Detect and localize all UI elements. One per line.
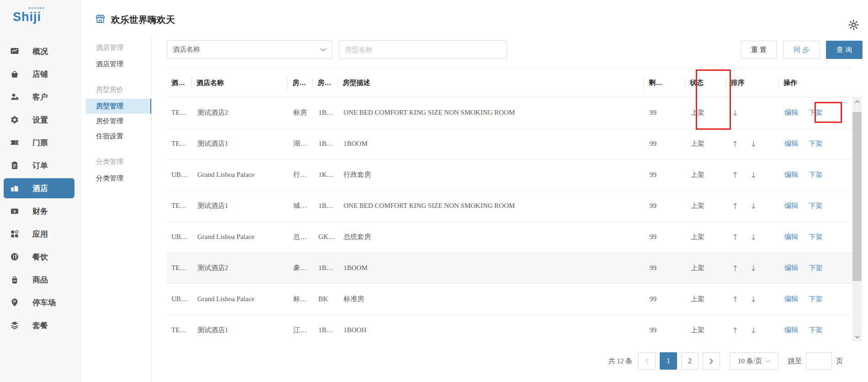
next-page-button[interactable] bbox=[703, 352, 720, 370]
page-button-2[interactable]: 2 bbox=[681, 352, 699, 370]
page-size-value: 10 条/页 bbox=[738, 357, 762, 366]
edit-link[interactable]: 编辑 bbox=[784, 295, 798, 302]
offshelf-link[interactable]: 下架 bbox=[809, 140, 823, 147]
sidebar-item-overview[interactable]: 概况 bbox=[4, 41, 74, 61]
sort-up-icon[interactable]: ↑ bbox=[732, 295, 738, 304]
column-header: 房型描述 bbox=[338, 69, 644, 97]
sidebar-item-label: 客户 bbox=[32, 92, 48, 102]
sort-up-icon[interactable]: ↑ bbox=[732, 264, 738, 273]
settings-icon bbox=[10, 115, 19, 124]
sidebar-item-dining[interactable]: 餐饮 bbox=[4, 247, 74, 267]
sort-down-icon[interactable]: ↓ bbox=[750, 233, 757, 242]
sidebar-item-customer[interactable]: 客户 bbox=[4, 87, 74, 107]
sidebar-item-order[interactable]: 订单 bbox=[4, 155, 74, 175]
sort-up-icon[interactable]: ↑ bbox=[732, 170, 738, 180]
sidebar-item-shop[interactable]: 店铺 bbox=[4, 64, 74, 84]
cell-actions: 编辑 下架 bbox=[779, 253, 852, 284]
subnav-item-lodging-settings[interactable]: 住宿设置 bbox=[86, 129, 152, 144]
search-button[interactable]: 查询 bbox=[826, 41, 863, 59]
cell-room-desc: 1BOOH bbox=[338, 315, 644, 342]
goods-icon bbox=[10, 275, 19, 284]
cell-remaining: 99 bbox=[644, 315, 685, 342]
sync-button[interactable]: 同步 bbox=[783, 41, 820, 59]
scrollbar-thumb[interactable] bbox=[852, 112, 862, 281]
sidebar-item-apps[interactable]: 应用 bbox=[4, 224, 74, 244]
offshelf-link[interactable]: 下架 bbox=[809, 264, 823, 271]
edit-link[interactable]: 编辑 bbox=[784, 202, 798, 209]
sort-down-icon[interactable]: ↓ bbox=[750, 326, 757, 335]
cell-actions: 编辑 下架 bbox=[779, 284, 852, 315]
offshelf-link[interactable]: 下架 bbox=[809, 295, 823, 302]
offshelf-link[interactable]: 下架 bbox=[809, 326, 823, 334]
edit-link[interactable]: 编辑 bbox=[784, 326, 798, 334]
ticket-icon bbox=[10, 138, 19, 147]
sidebar-item-ticket[interactable]: 门票 bbox=[4, 133, 74, 153]
column-header: 酒… bbox=[167, 69, 192, 97]
sidebar-item-package[interactable]: 套餐 bbox=[4, 315, 74, 335]
cell-status: 上架 bbox=[685, 222, 726, 253]
sidebar-item-label: 酒店 bbox=[32, 183, 48, 194]
edit-link[interactable]: 编辑 bbox=[784, 171, 798, 178]
prev-page-button[interactable] bbox=[638, 352, 656, 370]
sidebar-nav: 概况 店铺 客户 设置 门票 订单 bbox=[0, 41, 81, 338]
sidebar-item-parking[interactable]: P 停车场 bbox=[4, 292, 74, 313]
scroll-up-icon[interactable] bbox=[852, 97, 862, 106]
hotel-name-select[interactable]: 酒店名称 bbox=[167, 40, 332, 59]
cell-actions: 编辑 下架 bbox=[779, 159, 852, 191]
cell-room-code: 1K… bbox=[313, 159, 338, 191]
edit-link[interactable]: 编辑 bbox=[784, 233, 798, 240]
subnav-item-rate-management[interactable]: 房价管理 bbox=[86, 114, 152, 129]
sort-up-icon[interactable]: ↑ bbox=[732, 326, 738, 335]
subnav-item-hotel-management[interactable]: 酒店管理 bbox=[86, 57, 152, 72]
sort-down-icon[interactable]: ↓ bbox=[750, 295, 757, 304]
page-button-1[interactable]: 1 bbox=[660, 352, 677, 370]
cell-room-name: 标房 bbox=[288, 97, 313, 128]
cell-hotel-code: TE… bbox=[167, 128, 192, 159]
cell-room-name: 豪… bbox=[288, 253, 313, 284]
offshelf-link[interactable]: 下架 bbox=[809, 202, 823, 209]
subnav-item-category-management[interactable]: 分类管理 bbox=[86, 171, 152, 186]
sort-down-icon[interactable]: ↓ bbox=[750, 139, 757, 149]
cell-room-code: 1B… bbox=[313, 253, 338, 284]
subnav-item-roomtype-management[interactable]: 房型管理 bbox=[86, 99, 152, 114]
sidebar-item-finance[interactable]: ¥ 财务 bbox=[4, 201, 74, 221]
sort-down-icon[interactable]: ↓ bbox=[750, 170, 757, 180]
cell-actions: 编辑 下架 bbox=[779, 222, 852, 253]
edit-link[interactable]: 编辑 bbox=[784, 140, 798, 147]
table-row: TE… 测试酒店1 湖… 1B… 1BOOM 99 上架 ↑ ↓ 编辑 bbox=[167, 128, 852, 159]
sort-up-icon[interactable]: ↑ bbox=[732, 139, 738, 149]
cell-sort: ↑ ↓ bbox=[726, 315, 779, 342]
table-scrollbar[interactable] bbox=[852, 97, 862, 341]
table-row: TE… 测试酒店1 江… 1B… 1BOOH 99 上架 ↑ ↓ 编辑 bbox=[167, 315, 852, 342]
sort-down-icon[interactable]: ↓ bbox=[750, 264, 757, 273]
sort-down-icon[interactable]: ↓ bbox=[750, 202, 757, 211]
sidebar-item-hotel[interactable]: 酒店 bbox=[4, 178, 74, 198]
cell-remaining: 99 bbox=[644, 253, 685, 284]
sort-down-icon[interactable]: ↓ bbox=[732, 108, 738, 117]
jump-to-input[interactable] bbox=[806, 352, 832, 370]
cell-sort: ↑ ↓ bbox=[726, 284, 779, 315]
offshelf-link[interactable]: 下架 bbox=[809, 171, 823, 178]
scroll-down-icon[interactable] bbox=[852, 332, 862, 341]
edit-link[interactable]: 编辑 bbox=[784, 109, 798, 116]
storefront-icon bbox=[95, 14, 106, 26]
edit-link[interactable]: 编辑 bbox=[784, 264, 798, 271]
column-header: 状态 bbox=[685, 69, 726, 97]
sort-up-icon[interactable]: ↑ bbox=[732, 202, 738, 211]
cell-hotel-name: 测试酒店1 bbox=[192, 191, 288, 222]
sort-up-icon[interactable]: ↑ bbox=[732, 233, 738, 242]
page-size-select[interactable]: 10 条/页 bbox=[730, 352, 778, 370]
offshelf-link[interactable]: 下架 bbox=[809, 109, 823, 116]
apps-icon bbox=[10, 229, 19, 239]
content-header: 欢乐世界嗨欢天 bbox=[95, 14, 175, 26]
offshelf-link[interactable]: 下架 bbox=[809, 233, 823, 240]
reset-button[interactable]: 重置 bbox=[741, 41, 777, 59]
sidebar-item-settings[interactable]: 设置 bbox=[4, 110, 74, 130]
cell-hotel-code: TE… bbox=[167, 97, 192, 128]
sidebar-item-goods[interactable]: 商品 bbox=[4, 270, 74, 290]
cell-remaining: 99 bbox=[644, 159, 685, 191]
gear-icon[interactable] bbox=[847, 19, 860, 31]
table-row: TE… 测试酒店2 标房 1B… ONE BED COMFORT KING SI… bbox=[167, 97, 852, 128]
cell-hotel-code: TE… bbox=[167, 315, 192, 342]
room-type-name-input[interactable] bbox=[339, 40, 507, 59]
